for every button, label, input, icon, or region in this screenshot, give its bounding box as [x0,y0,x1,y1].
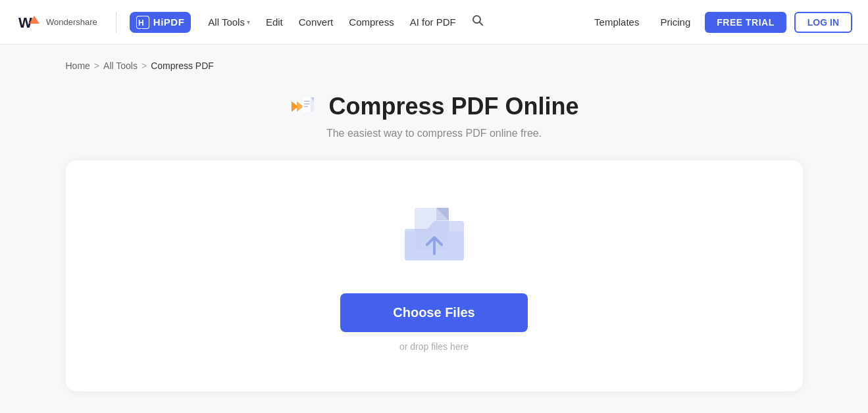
all-tools-nav[interactable]: All Tools ▾ [201,12,257,32]
all-tools-chevron: ▾ [247,18,250,26]
search-button[interactable] [465,11,490,34]
upload-illustration [398,200,471,272]
svg-rect-12 [304,103,310,105]
ai-for-pdf-nav[interactable]: AI for PDF [403,12,463,32]
logo-wrapper[interactable]: W Wondershare [16,9,97,36]
compress-pdf-icon [289,92,318,121]
page-title-row: Compress PDF Online [66,92,803,121]
svg-text:H: H [138,18,144,28]
main-content: Home > All Tools > Compress PDF Compress… [39,45,829,407]
breadcrumb-sep1: > [94,61,99,71]
hipdf-badge[interactable]: H HiPDF [130,12,191,33]
navbar: W Wondershare H HiPDF All Tools ▾ Edit [0,0,868,45]
page-subtitle: The easiest way to compress PDF online f… [66,128,803,139]
convert-nav[interactable]: Convert [292,12,340,32]
breadcrumb-sep2: > [141,61,147,71]
drop-hint: or drop files here [399,341,469,352]
hipdf-badge-icon: H [136,16,149,29]
breadcrumb-home[interactable]: Home [66,61,90,71]
svg-line-6 [479,22,482,26]
choose-files-button[interactable]: Choose Files [340,293,527,332]
navbar-right: Templates Pricing FREE TRIAL LOG IN [588,12,852,33]
breadcrumb-all-tools[interactable]: All Tools [103,61,138,71]
templates-nav[interactable]: Templates [588,12,646,32]
login-button[interactable]: LOG IN [794,12,852,33]
svg-rect-13 [304,106,308,107]
nav-divider [116,12,116,33]
svg-rect-11 [304,101,310,102]
navbar-left: W Wondershare H HiPDF All Tools ▾ Edit [16,9,490,36]
edit-nav[interactable]: Edit [259,12,290,32]
nav-links: All Tools ▾ Edit Convert Compress AI for… [201,11,490,34]
upload-card: Choose Files or drop files here [66,160,803,391]
wondershare-logo: W [16,9,42,36]
compress-nav[interactable]: Compress [342,12,400,32]
hipdf-label: HiPDF [153,16,185,28]
pricing-nav[interactable]: Pricing [653,12,697,32]
page-title-area: Compress PDF Online The easiest way to c… [66,92,803,139]
wondershare-label: Wondershare [46,17,97,27]
breadcrumb: Home > All Tools > Compress PDF [66,61,803,71]
breadcrumb-current: Compress PDF [151,61,214,71]
free-trial-button[interactable]: FREE TRIAL [705,12,786,33]
page-title: Compress PDF Online [328,93,578,120]
